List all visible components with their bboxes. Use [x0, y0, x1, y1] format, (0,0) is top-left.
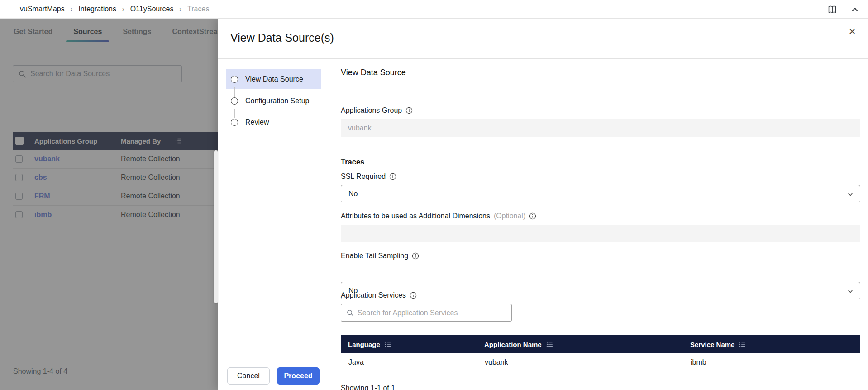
- column-sort-icon[interactable]: [546, 341, 553, 348]
- step-configuration-setup[interactable]: Configuration Setup: [231, 97, 309, 105]
- breadcrumb-separator-icon: ›: [71, 5, 73, 13]
- service-name-value: ibmb: [691, 358, 860, 366]
- applications-group-label: Applications Group: [341, 106, 860, 115]
- content-heading: View Data Source: [341, 68, 860, 77]
- close-icon[interactable]: ×: [845, 25, 859, 39]
- breadcrumb-o11ysources[interactable]: O11ySources: [130, 5, 174, 13]
- field-label-text: Applications Group: [341, 106, 402, 115]
- step-review[interactable]: Review: [231, 118, 269, 126]
- search-icon: [347, 309, 354, 317]
- application-services-search-input[interactable]: [358, 309, 506, 317]
- breadcrumb-traces: Traces: [187, 5, 209, 13]
- collapse-chevron-up-icon[interactable]: [850, 5, 860, 14]
- optional-tag: (Optional): [494, 212, 525, 220]
- modal-footer: Cancel Proceed: [218, 361, 331, 390]
- additional-dimensions-label: Attributes to be used as Additional Dime…: [341, 212, 860, 220]
- ssl-required-label: SSL Required: [341, 173, 860, 181]
- step-view-data-source[interactable]: View Data Source: [231, 75, 303, 83]
- applications-group-field: vubank: [341, 119, 860, 137]
- services-showing-count: Showing 1-1 of 1: [341, 384, 860, 390]
- chevron-down-icon: [847, 191, 854, 197]
- wizard-stepper: View Data Source Configuration Setup Rev…: [218, 59, 331, 390]
- applications-group-value: vubank: [348, 124, 372, 132]
- modal-header: View Data Source(s) ×: [218, 19, 868, 59]
- page-scrollbar-thumb[interactable]: [214, 150, 218, 303]
- language-value: Java: [348, 358, 485, 366]
- field-label-text: Enable Tail Sampling: [341, 252, 408, 260]
- info-icon[interactable]: [389, 173, 396, 180]
- step-label: Configuration Setup: [245, 97, 309, 105]
- application-name-value: vubank: [485, 358, 691, 366]
- breadcrumb-separator-icon: ›: [122, 5, 124, 13]
- cancel-button[interactable]: Cancel: [227, 367, 270, 385]
- info-icon[interactable]: [529, 212, 536, 220]
- column-sort-icon[interactable]: [385, 341, 392, 348]
- step-connector: [234, 87, 235, 97]
- docs-book-icon[interactable]: [827, 5, 837, 14]
- breadcrumb-separator-icon: ›: [179, 5, 181, 13]
- modal-content: View Data Source Applications Group vuba…: [331, 59, 868, 390]
- step-label: View Data Source: [245, 75, 303, 83]
- app-page: vuSmartMaps › Integrations › O11ySources…: [0, 0, 868, 390]
- ssl-required-value: No: [348, 190, 358, 198]
- column-application-name[interactable]: Application Name: [484, 341, 542, 348]
- breadcrumb-integrations[interactable]: Integrations: [78, 5, 116, 13]
- breadcrumb-vusmartmaps[interactable]: vuSmartMaps: [20, 5, 65, 13]
- ssl-required-select[interactable]: No: [341, 185, 860, 202]
- section-divider: [341, 147, 860, 147]
- tail-sampling-label: Enable Tail Sampling: [341, 252, 860, 260]
- additional-dimensions-field: [341, 225, 860, 242]
- application-services-label: Application Services: [341, 291, 860, 299]
- services-table-header: Language Application Name: [341, 335, 860, 353]
- step-circle-icon: [231, 76, 238, 83]
- services-table-row: Java vubank ibmb: [341, 353, 860, 371]
- info-icon[interactable]: [410, 292, 417, 299]
- view-data-source-modal: View Data Source(s) × View Data Source C…: [218, 19, 868, 390]
- column-service-name[interactable]: Service Name: [690, 341, 734, 348]
- column-sort-icon[interactable]: [739, 341, 746, 348]
- step-circle-icon: [231, 119, 238, 126]
- proceed-button[interactable]: Proceed: [277, 367, 320, 385]
- info-icon[interactable]: [405, 107, 413, 114]
- modal-title: View Data Source(s): [230, 31, 334, 44]
- step-label: Review: [245, 118, 269, 126]
- step-circle-icon: [231, 97, 238, 105]
- field-label-text: Application Services: [341, 291, 406, 299]
- top-bar: vuSmartMaps › Integrations › O11ySources…: [0, 0, 868, 19]
- info-icon[interactable]: [412, 252, 419, 260]
- column-language[interactable]: Language: [348, 341, 380, 348]
- step-connector: [234, 109, 235, 118]
- application-services-search[interactable]: [341, 304, 512, 322]
- field-label-text: Attributes to be used as Additional Dime…: [341, 212, 490, 220]
- field-label-text: SSL Required: [341, 173, 386, 181]
- traces-section-heading: Traces: [341, 158, 860, 166]
- breadcrumb: vuSmartMaps › Integrations › O11ySources…: [20, 5, 209, 13]
